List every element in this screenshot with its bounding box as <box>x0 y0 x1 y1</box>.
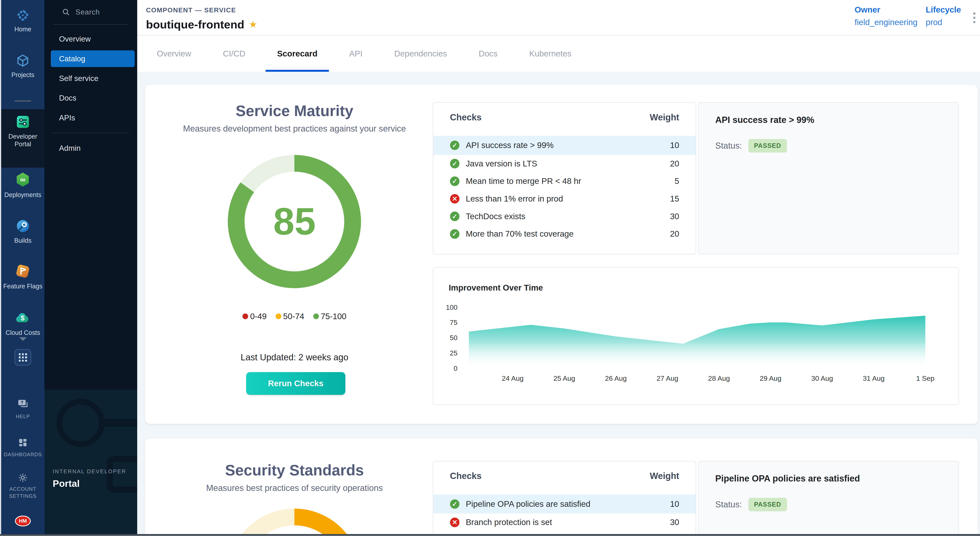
check-detail-title: Pipeline OPA policies are satisfied <box>699 461 958 484</box>
check-label: TechDocs exists <box>466 212 525 221</box>
rail-label: Feature Flags <box>3 283 43 290</box>
tab-ci-cd[interactable]: CI/CD <box>212 35 257 72</box>
search-input[interactable]: Search <box>45 4 137 20</box>
sidebar-item-help[interactable]: ? HELP <box>1 398 44 420</box>
check-row[interactable]: ✓Mean time to merge PR < 48 hr5 <box>433 172 695 190</box>
main-content: COMPONENT — SERVICE boutique-frontend ★ … <box>137 0 980 536</box>
checks-column-header: Checks <box>450 112 482 122</box>
sidebar-item-feature-flags[interactable]: Feature Flags <box>1 263 44 290</box>
sidebar-item-cloud-costs[interactable]: $ Cloud Costs <box>1 309 44 336</box>
svg-text:50: 50 <box>450 334 458 342</box>
svg-text:27 Aug: 27 Aug <box>657 375 678 382</box>
decorative-bar <box>100 419 137 426</box>
rail-label: ACCOUNT <box>10 486 36 492</box>
status-badge: PASSED <box>748 498 787 511</box>
check-row[interactable]: ✕Branch protection is set30 <box>433 514 695 531</box>
sidebar-item-projects[interactable]: Projects <box>1 53 44 79</box>
check-row[interactable]: ✕Less than 1% error in prod15 <box>433 190 695 208</box>
more-options-icon[interactable] <box>971 11 977 24</box>
score-legend: 0-4950-7475-100 <box>145 312 444 321</box>
rail-label: Developer <box>8 133 37 140</box>
rail-label: HELP <box>16 413 30 420</box>
rerun-checks-button[interactable]: Rerun Checks <box>246 372 345 395</box>
owner-value[interactable]: field_engineering <box>854 17 918 27</box>
check-weight: 5 <box>675 177 679 186</box>
check-label: More than 70% test coverage <box>466 229 574 239</box>
score-donut <box>228 509 361 536</box>
legend-item: 50-74 <box>275 312 304 321</box>
check-label: Pipeline OPA policies are satisfied <box>466 499 590 509</box>
tab-overview[interactable]: Overview <box>145 35 203 72</box>
check-passed-icon: ✓ <box>450 141 460 150</box>
sidebar-item-account-settings[interactable]: ACCOUNTSETTINGS <box>1 472 44 499</box>
weight-column-header: Weight <box>650 112 679 122</box>
svg-text:∞: ∞ <box>20 175 25 184</box>
svg-text:100: 100 <box>446 304 457 311</box>
tab-scorecard[interactable]: Scorecard <box>266 35 329 72</box>
cloud-costs-icon: $ <box>14 309 31 326</box>
deployments-icon: ∞ <box>14 171 31 188</box>
sidebar-item-developer-portal[interactable]: DeveloperPortal <box>1 114 44 148</box>
rail-label: Projects <box>11 71 34 79</box>
check-passed-icon: ✓ <box>450 229 460 239</box>
favorite-star-icon[interactable]: ★ <box>249 19 257 30</box>
svg-text:25 Aug: 25 Aug <box>554 375 575 382</box>
sidebar-item-deployments[interactable]: ∞ Deployments <box>1 171 44 199</box>
menu-divider <box>52 133 130 133</box>
checks-rows: ✓API success rate > 99%10✓Java version i… <box>433 136 695 243</box>
developer-portal-icon <box>15 114 30 130</box>
lifecycle-label: Lifecycle <box>926 5 961 14</box>
check-weight: 10 <box>670 141 679 150</box>
lifecycle-value[interactable]: prod <box>926 17 961 27</box>
check-passed-icon: ✓ <box>450 499 460 509</box>
check-row[interactable]: ✓More than 70% test coverage20 <box>433 225 695 243</box>
svg-text:75: 75 <box>450 319 458 327</box>
improvement-chart-card: Improvement Over Time 025507510024 Aug25… <box>433 267 959 405</box>
rail-label: Cloud Costs <box>5 329 40 337</box>
check-weight: 15 <box>670 194 679 204</box>
check-failed-icon: ✕ <box>450 518 460 527</box>
module-selector-button[interactable] <box>1 349 44 366</box>
tab-kubernetes[interactable]: Kubernetes <box>518 35 583 72</box>
sidebar-item-builds[interactable]: Builds <box>1 218 44 245</box>
rail-divider <box>14 100 31 102</box>
check-row[interactable]: ✓Java version is LTS20 <box>433 155 695 173</box>
tab-dependencies[interactable]: Dependencies <box>383 35 458 72</box>
dashboards-icon <box>17 437 29 448</box>
sidebar-item-docs[interactable]: Docs <box>45 88 137 108</box>
scorecard-content: Service Maturity Measures development be… <box>137 72 980 536</box>
rail-label: Deployments <box>4 191 41 199</box>
check-detail-title: API success rate > 99% <box>699 103 958 125</box>
rail-label: Builds <box>14 237 31 245</box>
svg-text:$: $ <box>21 314 25 322</box>
search-icon <box>62 8 70 16</box>
check-row[interactable]: ✓Pipeline OPA policies are satisfied10 <box>433 495 695 514</box>
tab-api[interactable]: API <box>338 35 374 72</box>
user-avatar[interactable]: HM <box>1 515 44 526</box>
sidebar-item-self-service[interactable]: Self service <box>45 68 137 88</box>
tab-docs[interactable]: Docs <box>467 35 509 72</box>
check-row[interactable]: ✓TechDocs exists30 <box>433 208 695 225</box>
harness-logo-icon <box>16 8 30 22</box>
rail-label: DASHBOARDS <box>4 451 42 458</box>
svg-text:31 Aug: 31 Aug <box>863 375 885 382</box>
check-label: API success rate > 99% <box>466 141 554 150</box>
sidebar-item-catalog[interactable]: Catalog <box>51 50 134 67</box>
sidebar-item-home[interactable]: Home <box>1 8 44 33</box>
svg-text:29 Aug: 29 Aug <box>760 375 781 382</box>
sidebar-item-admin[interactable]: Admin <box>45 138 137 158</box>
projects-cube-icon <box>16 53 30 68</box>
svg-text:24 Aug: 24 Aug <box>502 375 524 382</box>
avatar: HM <box>15 515 31 526</box>
svg-text:0: 0 <box>454 364 458 372</box>
sidebar-item-apis[interactable]: APIs <box>45 108 137 128</box>
rail-expand-chevron[interactable] <box>1 337 44 341</box>
check-row[interactable]: ✓API success rate > 99%10 <box>433 136 695 155</box>
svg-text:30 Aug: 30 Aug <box>811 375 833 382</box>
sidebar-item-dashboards[interactable]: DASHBOARDS <box>1 437 44 458</box>
check-detail-panel: API success rate > 99% Status: PASSED <box>698 102 959 254</box>
svg-text:28 Aug: 28 Aug <box>708 375 730 382</box>
sidebar-item-overview[interactable]: Overview <box>45 29 137 49</box>
rail-label: Home <box>14 25 31 33</box>
checks-panel: Checks Weight ✓API success rate > 99%10✓… <box>433 102 696 254</box>
